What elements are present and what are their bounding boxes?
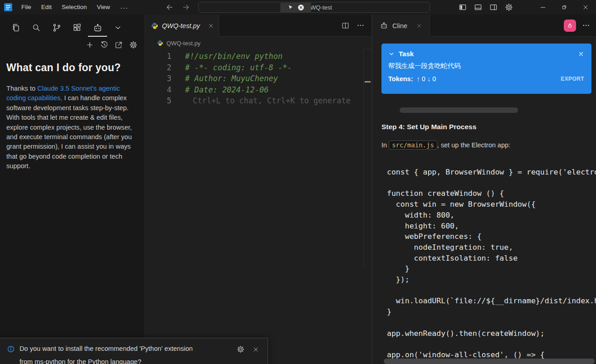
step-heading: Step 4: Set Up Main Process [381,123,476,131]
command-center-search[interactable]: QWQ-test [198,2,430,13]
line-number: 4 [145,84,171,96]
panel-tab-bar: Cline [372,15,596,37]
notification-line2: from ms-python for the Python language? [20,358,193,364]
code-editor[interactable]: 1 #!/usr/bin/env python 2 # -*- coding: … [145,49,371,107]
line-text: # Author: MuyuCheney [185,73,278,84]
task-close-icon[interactable] [578,51,584,57]
mouse-cursor-icon [287,4,295,11]
code-block-line: app.whenReady().then(createWindow); [387,328,596,339]
editor-line: 4 # Date: 2024-12-06 [145,84,371,96]
editor-scrollbar[interactable] [363,49,371,267]
task-title: Task [399,50,414,58]
line-number: 1 [145,51,171,62]
code-block-line: nodeIntegration: true, [387,242,596,253]
menu-item[interactable]: Edit [36,0,57,15]
code-block-line [387,285,596,296]
circle-x-icon [297,4,305,11]
tokens-label: Tokens: [388,75,413,83]
notification-gear-icon[interactable] [236,345,245,354]
tokens-value: ↑ 0 ↓ 0 [417,75,436,83]
cline-robot-icon[interactable] [92,22,103,33]
code-block-line: win.loadURL(`file://${__dirname}/dist/in… [387,296,596,306]
welcome-text: Thanks to Claude 3.5 Sonnet's agentic co… [6,84,138,171]
notification-toast: Do you want to install the recommended '… [0,338,268,364]
horizontal-scrollbar[interactable] [384,359,595,364]
cline-panel: Cline Task 帮我生成一段贪 [372,15,596,364]
tab-qwq-test[interactable]: QWQ-test.py [145,15,219,37]
editor-tab-bar: QWQ-test.py [145,15,371,37]
panel-tab-label: Cline [392,22,407,29]
python-file-icon [157,40,163,46]
toggle-panel-icon[interactable] [472,1,484,13]
menu-more-button[interactable]: ··· [115,4,133,11]
menu-item[interactable]: View [92,0,115,15]
settings-gear-icon[interactable] [128,40,138,50]
menu-item[interactable]: Selection [57,0,92,15]
code-block-line: } [387,263,596,274]
scrollbar-cursor-marker [365,81,371,83]
chevron-down-icon[interactable] [112,22,123,33]
sidebar: What can I do for you? Thanks to Claude … [0,15,145,364]
vscode-logo-icon [4,3,12,11]
search-sidebar-icon[interactable] [31,22,42,33]
new-task-plus-icon[interactable] [84,40,95,50]
code-block-line [387,317,596,328]
code-block[interactable]: const { app, BrowserWindow } = require('… [387,167,596,360]
instruction-text: In src/main.js, set up the Electron app: [381,141,510,149]
customize-layout-gear-icon[interactable] [503,1,515,13]
notification-actions [236,345,259,354]
line-number: 5 [145,95,171,107]
line-text: # -*- coding: utf-8 -*- [185,62,292,73]
editor-line: 1 #!/usr/bin/env python [145,51,371,62]
code-block-line: contextIsolation: false [387,253,596,264]
lock-badge[interactable] [564,19,576,32]
instruction-suffix: , set up the Electron app: [437,141,510,149]
nav-back-button[interactable] [163,0,176,15]
line-number: 2 [145,62,171,73]
task-card: Task 帮我生成一段贪吃蛇代码 Tokens: ↑ 0 ↓ 0 EXPORT [381,44,591,94]
split-editor-icon[interactable] [341,21,350,30]
editor-group: QWQ-test.py QWQ-test.py 1 #!/usr/bin/env… [145,15,372,364]
notification-close-icon[interactable] [252,346,259,353]
panel-more-icon[interactable] [582,21,590,29]
close-window-button[interactable] [575,0,596,15]
layout-controls [456,0,515,15]
menu-item[interactable]: File [16,0,36,15]
line-text: Ctrl+L to chat, Ctrl+K to generate [185,95,351,107]
info-icon [7,345,15,353]
nav-forward-button[interactable] [180,0,192,15]
code-block-line: function createWindow () { [387,188,596,199]
menu-bar: File Edit Selection View ··· [16,0,133,15]
breadcrumb-file: QWQ-test.py [166,40,200,47]
editor-more-icon[interactable] [357,21,365,29]
toggle-sidebar-icon[interactable] [456,1,469,13]
view-toolbar [0,39,145,51]
code-block-line: } [387,306,596,317]
breadcrumb[interactable]: QWQ-test.py [145,37,371,49]
source-control-icon[interactable] [51,22,62,33]
notification-line1: Do you want to install the recommended '… [20,345,193,352]
explorer-icon[interactable] [10,22,21,33]
export-button[interactable]: EXPORT [561,76,584,82]
notification-message: Do you want to install the recommended '… [20,345,193,364]
code-block-line: webPreferences: { [387,231,596,242]
code-block-line: const { app, BrowserWindow } = require('… [387,167,596,178]
open-external-icon[interactable] [113,40,124,50]
instruction-prefix: In [381,141,389,149]
tab-close-icon[interactable] [208,23,214,29]
editor-line: 5 Ctrl+L to chat, Ctrl+K to generate [145,95,371,107]
progress-strip [400,107,518,113]
panel-tab-close-icon[interactable] [416,23,422,29]
minimize-button[interactable] [532,0,553,15]
extensions-icon[interactable] [72,22,83,33]
task-collapse-chevron-icon[interactable] [388,51,395,57]
code-block-line: width: 800, [387,210,596,221]
tab-cline[interactable]: Cline [372,15,430,37]
toggle-secondary-sidebar-icon[interactable] [487,1,500,13]
restore-button[interactable] [553,0,575,15]
titlebar: File Edit Selection View ··· QWQ-test [0,0,596,15]
editor-actions [341,15,371,36]
history-icon[interactable] [99,40,109,50]
code-block-line: }); [387,274,596,285]
welcome-text-rest: I can handle complex software developmen… [6,94,132,170]
